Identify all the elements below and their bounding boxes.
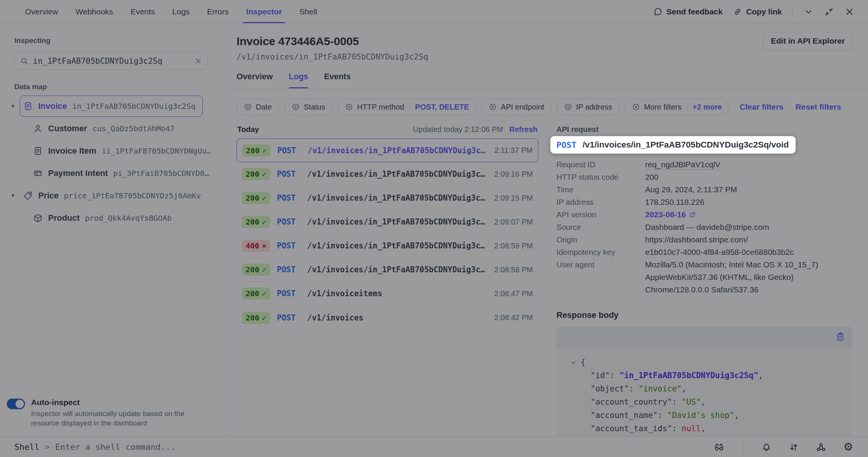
invoice-icon xyxy=(23,101,33,111)
caret-down-icon[interactable]: ▾ xyxy=(6,192,20,199)
log-row[interactable]: 200✓POST/v1/invoices/in_1PtFaAB705bCDNYD… xyxy=(237,186,538,210)
field-label-time: Time xyxy=(556,183,645,196)
close-panel-button[interactable] xyxy=(844,7,854,17)
tree-item-price[interactable]: Priceprice_1PtEaTB705bCDNYDz5j0AmKv xyxy=(20,185,208,206)
shell-input[interactable] xyxy=(55,442,708,452)
devtools-topbar: OverviewWebhooksEventsLogsErrorsInspecto… xyxy=(0,0,868,24)
auto-inspect-toggle[interactable] xyxy=(7,399,25,409)
filter-label: Status xyxy=(304,103,325,112)
add-filter-icon xyxy=(564,103,572,111)
filter-pills: DateStatusHTTP methodPOST, DELETEAPI end… xyxy=(237,99,729,115)
copy-json-icon[interactable] xyxy=(835,332,845,342)
check-icon: ✓ xyxy=(262,265,266,274)
caret-down-icon[interactable]: ▾ xyxy=(6,102,20,110)
field-value-time: Aug 29, 2024, 2:11:37 PM xyxy=(645,183,842,196)
webhooks-button[interactable] xyxy=(816,442,826,452)
log-row[interactable]: 200✓POST/v1/invoices/in_1PtFaAB705bCDNYD… xyxy=(237,258,538,282)
api-version-link[interactable]: 2023-08-16 xyxy=(645,210,696,219)
external-link-icon xyxy=(689,211,696,218)
tree-item-label: Price xyxy=(38,191,59,201)
tree-row-price[interactable]: ▾Priceprice_1PtEaTB705bCDNYDz5j0AmKv xyxy=(6,184,215,207)
nav-item-overview[interactable]: Overview xyxy=(25,0,58,23)
log-row[interactable]: 200✓POST/v1/invoices/in_1PtFaAB705bCDNYD… xyxy=(237,162,538,186)
tree-item-customer[interactable]: Customercus_QaDz5bdtAhMo47 xyxy=(30,118,182,139)
nav-item-logs[interactable]: Logs xyxy=(172,0,190,23)
log-path: /v1/invoices/in_1PtFaAB705bCDNYDuig3c… xyxy=(307,241,485,250)
filter-value: POST, DELETE xyxy=(415,103,469,112)
nav-item-errors[interactable]: Errors xyxy=(207,0,229,23)
menu-chevron-button[interactable] xyxy=(804,7,813,17)
check-icon: ✓ xyxy=(262,289,266,298)
log-method: POST xyxy=(277,265,301,274)
tree-item-label: Product xyxy=(48,213,80,223)
log-method: POST xyxy=(277,170,301,179)
data-map-label: Data map xyxy=(14,83,215,91)
topbar-divider xyxy=(793,6,793,17)
notifications-button[interactable] xyxy=(761,442,772,452)
filter-status[interactable]: Status xyxy=(284,99,332,115)
json-line: { xyxy=(566,356,843,369)
nav-item-webhooks[interactable]: Webhooks xyxy=(76,0,113,23)
tree-item-invoice-item[interactable]: Invoice Itemii_1PtFaFB705bCDNYDNgUu… xyxy=(30,140,218,162)
filter-more-filters[interactable]: More filters+2 more xyxy=(625,99,729,115)
log-row[interactable]: 200✓POST/v1/invoices/in_1PtFaAB705bCDNYD… xyxy=(237,138,538,162)
response-json: {"id": "in_1PtFaAB705bCDNYDuig3c2Sq","ob… xyxy=(556,347,852,437)
nav-item-events[interactable]: Events xyxy=(130,0,155,23)
request-id-value[interactable]: req_ngdJBlPaV1cqlV xyxy=(645,160,720,170)
minimize-panel-button[interactable] xyxy=(824,7,834,17)
filter-pill-divider xyxy=(409,103,410,111)
product-icon xyxy=(33,213,43,223)
field-value-request-id[interactable]: req_ngdJBlPaV1cqlV xyxy=(645,158,842,171)
json-value: "US" xyxy=(682,397,701,407)
tree-row-invoice[interactable]: ▾Invoicein_1PtFaAB705bCDNYDuig3c2Sq xyxy=(6,95,215,117)
tree-row-invoice-item[interactable]: Invoice Itemii_1PtFaFB705bCDNYDNgUu… xyxy=(30,140,215,162)
tree-row-product[interactable]: Productprod_Qkk4AvqYsBGOAb xyxy=(30,207,215,229)
log-row[interactable]: 200✓POST/v1/invoices2:08:42 PM xyxy=(237,306,538,330)
json-key: "account_tax_ids" xyxy=(591,424,672,433)
api-request-label: API request xyxy=(556,125,852,134)
collapse-caret-icon[interactable] xyxy=(570,359,577,366)
send-feedback-button[interactable]: Send feedback xyxy=(653,7,722,16)
log-row[interactable]: 200✓POST/v1/invoices/in_1PtFaAB705bCDNYD… xyxy=(237,210,538,234)
nav-item-inspector[interactable]: Inspector xyxy=(246,0,282,23)
log-time: 2:09:15 PM xyxy=(494,194,533,203)
shell-bar-icons: ⚙ xyxy=(714,441,854,453)
log-path: /v1/invoices/in_1PtFaAB705bCDNYDuig3c… xyxy=(307,193,485,203)
tree-item-product[interactable]: Productprod_Qkk4AvqYsBGOAb xyxy=(30,207,179,229)
tab-logs[interactable]: Logs xyxy=(289,72,308,88)
filter-api-endpoint[interactable]: API endpoint xyxy=(481,99,552,115)
log-row[interactable]: 200✓POST/v1/invoiceitems2:08:47 PM xyxy=(237,282,538,306)
api-request-endpoint[interactable]: POST /v1/invoices/in_1PtFaAB705bCDNYDuig… xyxy=(550,136,796,154)
inspect-search-box[interactable] xyxy=(14,52,208,70)
search-input[interactable] xyxy=(33,57,190,66)
json-comma: , xyxy=(758,371,763,380)
filter-http-method[interactable]: HTTP methodPOST, DELETE xyxy=(338,99,476,115)
filter-ip-address[interactable]: IP address xyxy=(557,99,619,115)
filter-date[interactable]: Date xyxy=(237,99,279,115)
log-group-label: Today xyxy=(237,125,259,134)
tree-item-invoice[interactable]: Invoicein_1PtFaAB705bCDNYDuig3c2Sq xyxy=(20,96,203,117)
json-comma: , xyxy=(701,424,706,433)
clear-search-icon[interactable] xyxy=(194,57,202,65)
tree-item-payment-intent[interactable]: Payment Intentpi_3PtFaiB705bCDNYD0… xyxy=(30,163,216,184)
refresh-link[interactable]: Refresh xyxy=(509,125,537,134)
search-logs-button[interactable] xyxy=(714,442,724,452)
tree-row-customer[interactable]: Customercus_QaDz5bdtAhMo47 xyxy=(30,117,215,140)
copy-link-button[interactable]: Copy link xyxy=(733,7,782,16)
requests-button[interactable] xyxy=(788,442,799,452)
field-value-api-version[interactable]: 2023-08-16 xyxy=(645,208,842,221)
nav-item-shell[interactable]: Shell xyxy=(299,0,317,23)
json-line: "id": "in_1PtFaAB705bCDNYDuig3c2Sq", xyxy=(566,369,843,382)
tree-row-payment-intent[interactable]: Payment Intentpi_3PtFaiB705bCDNYD0… xyxy=(30,162,215,184)
tree-item-id: cus_QaDz5bdtAhMo47 xyxy=(92,124,175,133)
tab-overview[interactable]: Overview xyxy=(237,72,273,88)
chevron-down-icon xyxy=(804,7,813,17)
log-row[interactable]: 400×POST/v1/invoices/in_1PtFaAB705bCDNYD… xyxy=(237,234,538,258)
page-title: Invoice 473446A5-0005 xyxy=(237,35,852,48)
tab-events[interactable]: Events xyxy=(324,72,351,88)
reset-filters-link[interactable]: Reset filters xyxy=(796,102,841,112)
settings-button[interactable]: ⚙ xyxy=(843,442,854,452)
field-label-http-status-code: HTTP status code xyxy=(556,171,645,183)
edit-in-api-explorer-button[interactable]: Edit in API Explorer xyxy=(763,32,853,50)
clear-filters-link[interactable]: Clear filters xyxy=(740,102,783,112)
